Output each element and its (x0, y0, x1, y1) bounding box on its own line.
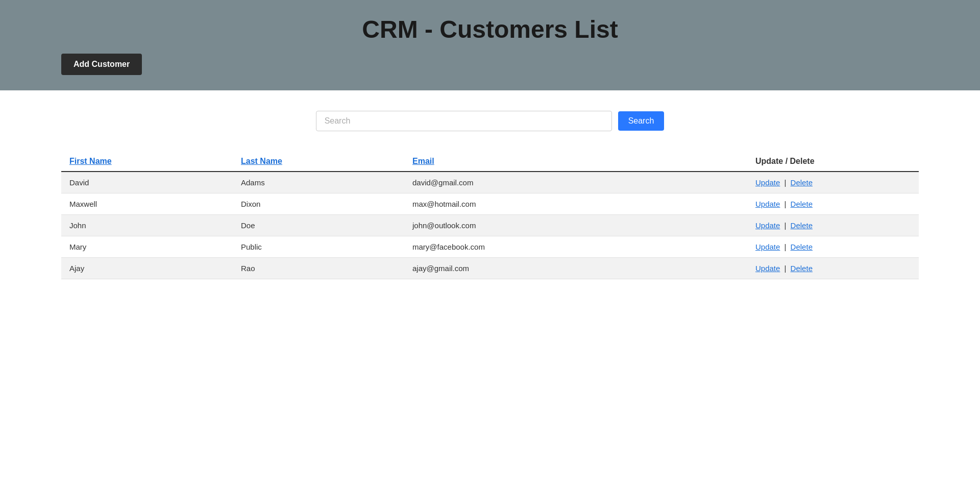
cell-last-name: Rao (233, 258, 404, 279)
table-header-row: First Name Last Name Email Update / Dele… (61, 152, 919, 172)
add-customer-button[interactable]: Add Customer (61, 54, 142, 75)
action-separator: | (782, 221, 788, 230)
cell-actions: Update | Delete (747, 215, 919, 236)
update-link[interactable]: Update (755, 178, 780, 187)
update-link[interactable]: Update (755, 243, 780, 251)
cell-last-name: Dixon (233, 193, 404, 215)
search-input[interactable] (316, 111, 612, 131)
cell-actions: Update | Delete (747, 172, 919, 193)
update-link[interactable]: Update (755, 264, 780, 273)
search-container: Search (61, 111, 919, 131)
action-separator: | (782, 200, 788, 208)
cell-first-name: Mary (61, 236, 233, 258)
customers-table: First Name Last Name Email Update / Dele… (61, 152, 919, 279)
cell-email: mary@facebook.com (404, 236, 747, 258)
col-header-email: Email (404, 152, 747, 172)
search-button[interactable]: Search (618, 111, 665, 131)
cell-email: ajay@gmail.com (404, 258, 747, 279)
cell-last-name: Adams (233, 172, 404, 193)
cell-email: max@hotmail.com (404, 193, 747, 215)
header-actions: Add Customer (61, 54, 919, 75)
action-separator: | (782, 178, 788, 187)
action-separator: | (782, 264, 788, 273)
table-row: AjayRaoajay@gmail.comUpdate | Delete (61, 258, 919, 279)
cell-last-name: Doe (233, 215, 404, 236)
cell-last-name: Public (233, 236, 404, 258)
update-link[interactable]: Update (755, 200, 780, 208)
col-header-first-name: First Name (61, 152, 233, 172)
delete-link[interactable]: Delete (791, 178, 813, 187)
cell-email: david@gmail.com (404, 172, 747, 193)
main-content: Search First Name Last Name Email Update… (0, 90, 980, 300)
cell-first-name: Ajay (61, 258, 233, 279)
table-row: MaxwellDixonmax@hotmail.comUpdate | Dele… (61, 193, 919, 215)
cell-actions: Update | Delete (747, 193, 919, 215)
table-row: MaryPublicmary@facebook.comUpdate | Dele… (61, 236, 919, 258)
cell-first-name: Maxwell (61, 193, 233, 215)
col-header-last-name: Last Name (233, 152, 404, 172)
update-link[interactable]: Update (755, 221, 780, 230)
sort-last-name-link[interactable]: Last Name (241, 157, 282, 165)
cell-actions: Update | Delete (747, 258, 919, 279)
table-row: DavidAdamsdavid@gmail.comUpdate | Delete (61, 172, 919, 193)
table-header: First Name Last Name Email Update / Dele… (61, 152, 919, 172)
table-row: JohnDoejohn@outlook.comUpdate | Delete (61, 215, 919, 236)
action-separator: | (782, 243, 788, 251)
delete-link[interactable]: Delete (791, 200, 813, 208)
cell-email: john@outlook.com (404, 215, 747, 236)
delete-link[interactable]: Delete (791, 264, 813, 273)
cell-first-name: John (61, 215, 233, 236)
page-header: CRM - Customers List Add Customer (0, 0, 980, 90)
delete-link[interactable]: Delete (791, 243, 813, 251)
col-header-actions: Update / Delete (747, 152, 919, 172)
table-body: DavidAdamsdavid@gmail.comUpdate | Delete… (61, 172, 919, 279)
cell-first-name: David (61, 172, 233, 193)
delete-link[interactable]: Delete (791, 221, 813, 230)
cell-actions: Update | Delete (747, 236, 919, 258)
page-title: CRM - Customers List (362, 15, 618, 43)
sort-first-name-link[interactable]: First Name (69, 157, 112, 165)
sort-email-link[interactable]: Email (412, 157, 434, 165)
